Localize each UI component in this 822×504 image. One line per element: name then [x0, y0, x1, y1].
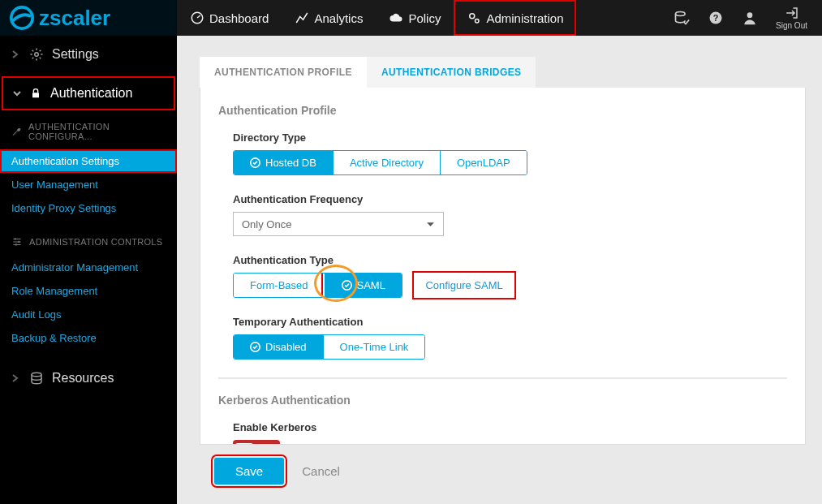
topbar: zscaler Dashboard Analytics Policy Admin…: [0, 0, 822, 36]
field-auth-type: Authentication Type Form-Based SAML Conf…: [233, 254, 787, 298]
directory-type-active-directory[interactable]: Active Directory: [333, 151, 440, 174]
auth-frequency-label: Authentication Frequency: [233, 193, 787, 205]
main-content: AUTHENTICATION PROFILE AUTHENTICATION BR…: [177, 36, 822, 504]
sidebar-group-admin-controls-label: ADMINISTRATION CONTROLS: [29, 237, 162, 247]
tab-auth-profile[interactable]: AUTHENTICATION PROFILE: [200, 57, 367, 88]
analytics-icon: [295, 11, 309, 25]
section-auth-profile: Authentication Profile: [218, 104, 787, 117]
temp-auth-one-time-link[interactable]: One-Time Link: [323, 335, 425, 359]
nav-analytics[interactable]: Analytics: [282, 0, 376, 36]
sidebar-group-auth-config: AUTHENTICATION CONFIGURA...: [0, 114, 177, 149]
sidebar-link-label: Audit Logs: [11, 308, 61, 321]
database-icon: [29, 371, 44, 386]
topbar-right: ? Sign Out: [674, 0, 822, 36]
svg-point-3: [476, 19, 480, 24]
svg-text:?: ?: [713, 13, 719, 23]
db-check-icon[interactable]: [674, 10, 690, 26]
section-kerberos: Kerberos Authentication: [218, 394, 787, 407]
configure-saml-link[interactable]: Configure SAML: [415, 274, 512, 296]
sidebar-link-label: Identity Proxy Settings: [11, 202, 116, 214]
sidebar-link-role-management[interactable]: Role Management: [0, 279, 177, 303]
enable-kerberos-label: Enable Kerberos: [233, 421, 787, 433]
tab-label: AUTHENTICATION BRIDGES: [381, 67, 522, 78]
sidebar-link-auth-settings[interactable]: Authentication Settings: [0, 149, 177, 173]
tab-auth-bridges[interactable]: AUTHENTICATION BRIDGES: [367, 57, 536, 88]
check-circle-icon: [342, 280, 352, 291]
svg-point-8: [35, 53, 39, 57]
tabs: AUTHENTICATION PROFILE AUTHENTICATION BR…: [200, 57, 806, 88]
seg-label: Hosted DB: [265, 157, 316, 169]
sidebar-link-audit-logs[interactable]: Audit Logs: [0, 303, 177, 326]
save-label: Save: [235, 464, 263, 478]
configure-saml-label: Configure SAML: [425, 279, 502, 291]
brand-swirl-icon: [10, 6, 34, 30]
sidebar-link-user-management[interactable]: User Management: [0, 173, 177, 196]
auth-type-saml[interactable]: SAML: [325, 274, 402, 297]
sidebar-group-auth-config-label: AUTHENTICATION CONFIGURA...: [28, 122, 166, 141]
nav-dashboard[interactable]: Dashboard: [177, 0, 282, 36]
sidebar-group-admin-controls: ADMINISTRATION CONTROLS: [0, 228, 177, 256]
nav-analytics-label: Analytics: [314, 11, 363, 25]
signout-icon: [785, 6, 799, 20]
field-auth-frequency: Authentication Frequency Only Once: [233, 193, 787, 236]
nav-administration-label: Administration: [486, 11, 563, 25]
sidebar-authentication-label: Authentication: [50, 86, 132, 101]
gears-icon: [467, 11, 481, 25]
gear-icon: [29, 47, 44, 62]
nav-policy-label: Policy: [408, 11, 441, 25]
nav-policy[interactable]: Policy: [376, 0, 454, 36]
user-icon[interactable]: [742, 10, 758, 26]
sidebar-authentication[interactable]: Authentication: [2, 76, 175, 110]
help-icon[interactable]: ?: [708, 10, 724, 26]
sidebar-link-label: Backup & Restore: [11, 332, 97, 344]
brand-logo: zscaler: [0, 0, 177, 36]
auth-type-label: Authentication Type: [233, 254, 787, 266]
cancel-label: Cancel: [302, 464, 340, 478]
field-directory-type: Directory Type Hosted DB Active Director…: [233, 131, 787, 175]
seg-label: Active Directory: [350, 157, 424, 169]
directory-type-label: Directory Type: [233, 131, 787, 144]
svg-point-11: [18, 241, 19, 243]
sidebar-link-admin-management[interactable]: Administrator Management: [0, 256, 177, 279]
directory-type-hosted-db[interactable]: Hosted DB: [234, 151, 333, 174]
seg-label: One-Time Link: [340, 341, 409, 353]
temp-auth-disabled[interactable]: Disabled: [234, 335, 323, 359]
directory-type-openldap[interactable]: OpenLDAP: [440, 151, 527, 174]
chevron-down-icon: [13, 87, 21, 100]
svg-point-13: [32, 373, 41, 377]
dashboard-icon: [190, 11, 204, 25]
chevron-right-icon: [11, 374, 19, 382]
sidebar-link-backup-restore[interactable]: Backup & Restore: [0, 326, 177, 350]
enable-kerberos-toggle[interactable]: [233, 440, 280, 445]
signout-button[interactable]: Sign Out: [776, 6, 807, 30]
sidebar-settings[interactable]: Settings: [0, 36, 177, 73]
sidebar-link-label: Authentication Settings: [11, 155, 119, 167]
auth-type-form-based[interactable]: Form-Based: [234, 274, 325, 297]
brand-name: zscaler: [39, 6, 110, 31]
wrench-icon: [11, 126, 22, 137]
check-circle-icon: [250, 342, 260, 352]
sidebar-resources[interactable]: Resources: [0, 360, 177, 397]
nav-dashboard-label: Dashboard: [209, 11, 269, 25]
chevron-down-icon: [426, 220, 435, 229]
seg-label: OpenLDAP: [457, 157, 510, 169]
sidebar-link-label: User Management: [11, 179, 98, 191]
footer-actions: Save Cancel: [200, 445, 806, 485]
sidebar-link-label: Role Management: [11, 285, 97, 297]
check-circle-icon: [250, 157, 260, 168]
sidebar-resources-label: Resources: [52, 371, 114, 386]
seg-label: Disabled: [265, 341, 307, 353]
chevron-right-icon: [11, 50, 19, 58]
cloud-icon: [389, 11, 403, 25]
section-divider: [218, 377, 787, 379]
sidebar-link-label: Administrator Management: [11, 261, 138, 274]
directory-type-segment: Hosted DB Active Directory OpenLDAP: [233, 150, 527, 175]
svg-point-12: [15, 243, 17, 245]
field-temp-auth: Temporary Authentication Disabled One-Ti…: [233, 316, 787, 360]
save-button[interactable]: Save: [214, 458, 284, 485]
sidebar-link-identity-proxy[interactable]: Identity Proxy Settings: [0, 196, 177, 220]
temp-auth-segment: Disabled One-Time Link: [233, 334, 425, 360]
auth-frequency-select[interactable]: Only Once: [233, 212, 444, 236]
nav-administration[interactable]: Administration: [454, 0, 576, 36]
cancel-button[interactable]: Cancel: [302, 464, 340, 478]
